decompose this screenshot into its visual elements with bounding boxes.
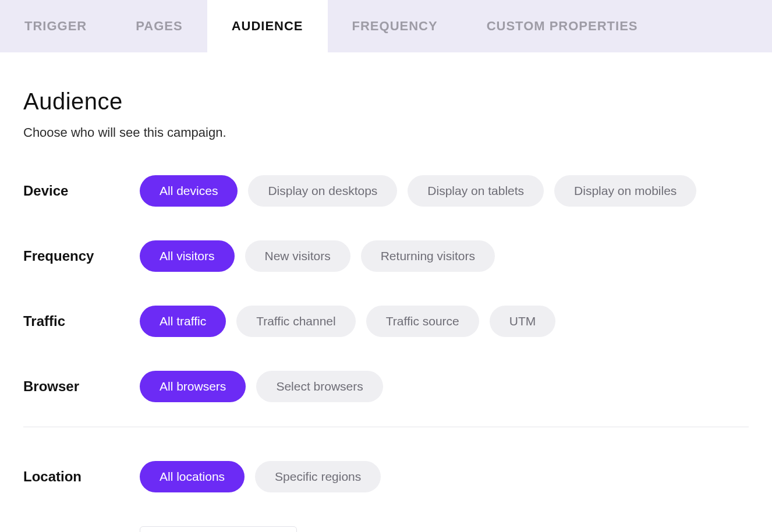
tab-trigger[interactable]: TRIGGER (0, 0, 111, 52)
pills-location: All locations Specific regions (140, 461, 381, 492)
tab-frequency[interactable]: FREQUENCY (328, 0, 462, 52)
pills-traffic: All traffic Traffic channel Traffic sour… (140, 306, 555, 337)
pill-all-devices[interactable]: All devices (140, 175, 238, 207)
pill-traffic-channel[interactable]: Traffic channel (236, 306, 356, 337)
row-device: Device All devices Display on desktops D… (23, 175, 749, 207)
pill-display-mobiles[interactable]: Display on mobiles (554, 175, 696, 207)
pill-all-browsers[interactable]: All browsers (140, 371, 246, 402)
section-divider (23, 427, 749, 427)
row-language: Language None (23, 526, 749, 532)
pill-new-visitors[interactable]: New visitors (245, 240, 350, 272)
content-panel: Audience Choose who will see this campai… (0, 52, 772, 532)
pill-all-locations[interactable]: All locations (140, 461, 245, 492)
label-location: Location (23, 469, 140, 485)
row-traffic: Traffic All traffic Traffic channel Traf… (23, 306, 749, 337)
page-subtitle: Choose who will see this campaign. (23, 125, 749, 140)
pill-traffic-source[interactable]: Traffic source (366, 306, 479, 337)
row-location: Location All locations Specific regions (23, 461, 749, 492)
tab-bar: TRIGGER PAGES AUDIENCE FREQUENCY CUSTOM … (0, 0, 772, 52)
label-device: Device (23, 183, 140, 199)
pill-display-tablets[interactable]: Display on tablets (408, 175, 544, 207)
pill-utm[interactable]: UTM (490, 306, 556, 337)
page-title: Audience (23, 88, 749, 115)
pills-device: All devices Display on desktops Display … (140, 175, 696, 207)
pill-all-traffic[interactable]: All traffic (140, 306, 226, 337)
pill-specific-regions[interactable]: Specific regions (255, 461, 381, 492)
tab-audience[interactable]: AUDIENCE (207, 0, 328, 52)
pill-select-browsers[interactable]: Select browsers (256, 371, 383, 402)
row-frequency: Frequency All visitors New visitors Retu… (23, 240, 749, 272)
pill-returning-visitors[interactable]: Returning visitors (361, 240, 495, 272)
pills-frequency: All visitors New visitors Returning visi… (140, 240, 495, 272)
tab-custom-properties[interactable]: CUSTOM PROPERTIES (462, 0, 663, 52)
language-select[interactable]: None (140, 526, 297, 532)
row-browser: Browser All browsers Select browsers (23, 371, 749, 402)
pill-display-desktops[interactable]: Display on desktops (248, 175, 397, 207)
pills-browser: All browsers Select browsers (140, 371, 383, 402)
label-traffic: Traffic (23, 313, 140, 329)
label-frequency: Frequency (23, 248, 140, 264)
tab-pages[interactable]: PAGES (111, 0, 207, 52)
label-browser: Browser (23, 378, 140, 395)
pill-all-visitors[interactable]: All visitors (140, 240, 235, 272)
